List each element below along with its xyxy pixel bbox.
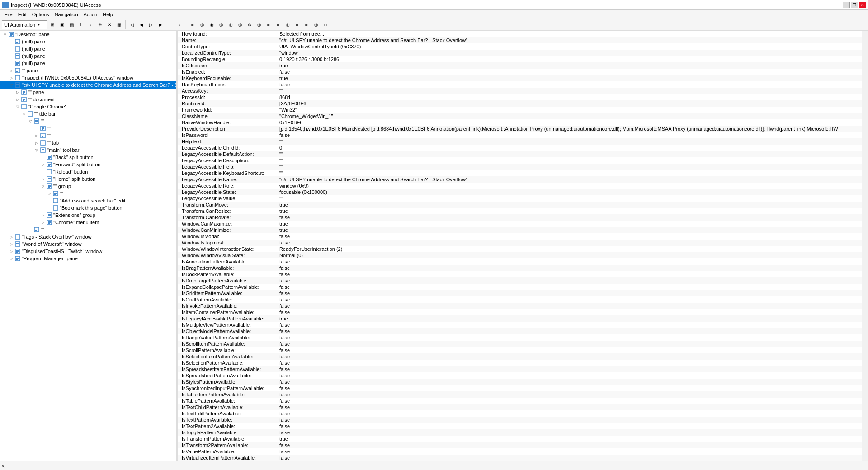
action-btn-11[interactable]: ◎ xyxy=(283,20,292,29)
action-btn-5[interactable]: ◎ xyxy=(226,20,235,29)
scope-dropdown[interactable]: UI Automation ▼ xyxy=(2,20,47,29)
toolbar-btn-4[interactable]: I xyxy=(76,20,85,29)
tree-item-desktop[interactable]: ▽"Desktop" pane xyxy=(0,31,176,38)
tree-item-program-mgr[interactable]: ▷"Program Manager" pane xyxy=(0,255,176,262)
tree-item-empty4[interactable]: ▷"" xyxy=(0,190,176,197)
tree-expand-icon[interactable]: ▽ xyxy=(8,82,14,88)
menu-item-file[interactable]: File xyxy=(2,11,15,18)
tree-expand-icon[interactable]: ▷ xyxy=(40,212,46,218)
tree-item-empty1[interactable]: ▽"" xyxy=(0,118,176,125)
tree-expand-icon[interactable]: ▷ xyxy=(33,140,40,146)
tree-item-tab[interactable]: ▷"" tab xyxy=(0,139,176,146)
tree-item-bookmark-btn[interactable]: "Bookmark this page" button xyxy=(0,204,176,212)
tree-item-empty5[interactable]: "" xyxy=(0,226,176,233)
action-btn-14[interactable]: ◎ xyxy=(311,20,321,29)
action-btn-6[interactable]: ◎ xyxy=(236,20,245,29)
tree-item-null2[interactable]: (null) pane xyxy=(0,45,176,52)
tree-item-empty3[interactable]: ▷"" xyxy=(0,132,176,139)
tree-panel[interactable]: ▽"Desktop" pane(null) pane(null) pane(nu… xyxy=(0,31,176,470)
details-panel[interactable]: How found:Selected from tree...Name:"c#-… xyxy=(178,31,862,470)
tree-expand-icon[interactable]: ▽ xyxy=(40,183,46,189)
nav-prev-button[interactable]: ◁ xyxy=(127,20,137,29)
action-btn-1[interactable]: ≡ xyxy=(188,20,197,29)
toolbar-btn-3[interactable]: ▤ xyxy=(67,20,76,29)
nav-down-button[interactable]: ↓ xyxy=(175,20,184,29)
tree-item-home-btn[interactable]: ▷"Home" split button xyxy=(0,175,176,183)
restore-button[interactable]: ❐ xyxy=(851,2,858,8)
detail-key: IsTextChildPatternAvailable: xyxy=(178,404,278,410)
tree-item-group[interactable]: ▽"" group xyxy=(0,183,176,190)
tree-expand-icon[interactable]: ▷ xyxy=(8,234,14,240)
tree-expand-icon[interactable]: ▽ xyxy=(27,118,33,124)
tree-item-address-bar[interactable]: "Address and search bar" edit xyxy=(0,197,176,204)
tree-item-warcraft[interactable]: ▷"World of Warcraft" window xyxy=(0,240,176,248)
tree-item-main-toolbar[interactable]: ▽"main" tool bar xyxy=(0,146,176,154)
tree-expand-icon[interactable]: ▽ xyxy=(2,31,8,38)
tree-item-tags-overflow[interactable]: ▷"Tags - Stack Overflow" window xyxy=(0,233,176,240)
tree-expand-icon[interactable]: ▷ xyxy=(14,96,21,103)
nav-back-button[interactable]: ◀ xyxy=(137,20,146,29)
tree-expand-icon[interactable]: ▷ xyxy=(8,248,14,254)
tree-item-null3[interactable]: (null) pane xyxy=(0,52,176,60)
toolbar-btn-7[interactable]: ✕ xyxy=(105,20,114,29)
right-scrollbar[interactable] xyxy=(862,31,868,470)
action-btn-4[interactable]: ◎ xyxy=(217,20,226,29)
menu-item-help[interactable]: Help xyxy=(100,11,116,18)
toolbar-btn-8[interactable]: ▦ xyxy=(114,20,123,29)
toolbar-btn-5[interactable]: ↕ xyxy=(86,20,95,29)
tree-item-null1[interactable]: (null) pane xyxy=(0,38,176,45)
menu-item-navigation[interactable]: Navigation xyxy=(52,11,81,18)
minimize-button[interactable]: — xyxy=(843,2,850,8)
action-btn-2[interactable]: ◎ xyxy=(198,20,207,29)
action-btn-8[interactable]: ◎ xyxy=(255,20,264,29)
tree-item-google-chrome[interactable]: ▽"Google Chrome" xyxy=(0,103,176,110)
tree-expand-icon[interactable]: ▷ xyxy=(14,89,21,95)
toolbar-btn-6[interactable]: ⊕ xyxy=(95,20,104,29)
tree-item-back-btn[interactable]: "Back" split button xyxy=(0,154,176,161)
action-btn-3[interactable]: ◉ xyxy=(207,20,216,29)
tree-expand-icon[interactable]: ▷ xyxy=(8,255,14,262)
tree-item-inspect-window[interactable]: ▷"Inspect (HWND: 0x005D084E) UIAccess" w… xyxy=(0,74,176,81)
tree-item-document[interactable]: ▷"" document xyxy=(0,96,176,103)
close-button[interactable]: ✕ xyxy=(859,2,866,8)
tree-expand-icon[interactable]: ▷ xyxy=(40,219,46,226)
table-row: IsTableItemPatternAvailable:false xyxy=(178,391,862,398)
tree-node-icon xyxy=(33,118,40,124)
menu-item-edit[interactable]: Edit xyxy=(15,11,29,18)
action-btn-10[interactable]: ≡ xyxy=(274,20,283,29)
action-btn-15[interactable]: □ xyxy=(321,20,330,29)
tree-item-null4[interactable]: (null) pane xyxy=(0,60,176,67)
action-btn-13[interactable]: ≡ xyxy=(302,20,311,29)
tree-expand-icon[interactable]: ▽ xyxy=(14,103,21,110)
tree-item-title-bar[interactable]: ▽"" title bar xyxy=(0,110,176,118)
action-btn-9[interactable]: ≡ xyxy=(264,20,273,29)
tree-expand-icon[interactable]: ▷ xyxy=(8,75,14,81)
tree-expand-icon[interactable]: ▷ xyxy=(46,190,52,197)
nav-next-button[interactable]: ▷ xyxy=(146,20,156,29)
tree-item-extensions-grp[interactable]: ▷"Extensions" group xyxy=(0,212,176,219)
tree-item-pane1[interactable]: ▷"" pane xyxy=(0,89,176,96)
tree-expand-icon[interactable]: ▷ xyxy=(33,132,40,139)
tree-item-disguised-toast[interactable]: ▷"DisguisedToastHS - Twitch" window xyxy=(0,248,176,255)
tree-expand-icon[interactable]: ▷ xyxy=(8,67,14,74)
table-row: ProviderDescription:[pid:13540;hwnd:0x1E… xyxy=(178,126,862,132)
tree-expand-icon[interactable]: ▽ xyxy=(33,147,40,153)
tree-expand-icon[interactable]: ▷ xyxy=(8,241,14,247)
toolbar-btn-2[interactable]: ▣ xyxy=(57,20,66,29)
tree-item-reload-btn[interactable]: "Reload" button xyxy=(0,168,176,175)
tree-expand-icon[interactable]: ▷ xyxy=(40,161,46,168)
toolbar-btn-1[interactable]: ⊞ xyxy=(48,20,57,29)
tree-item-emptypane[interactable]: ▷"" pane xyxy=(0,67,176,74)
nav-up-button[interactable]: ↑ xyxy=(165,20,175,29)
action-btn-7[interactable]: ⊘ xyxy=(245,20,254,29)
tree-expand-icon[interactable]: ▷ xyxy=(40,176,46,182)
tree-item-chrome-menu[interactable]: ▷"Chrome" menu item xyxy=(0,219,176,226)
menu-item-action[interactable]: Action xyxy=(81,11,100,18)
nav-forward-button[interactable]: ▶ xyxy=(156,20,165,29)
action-btn-12[interactable]: ≡ xyxy=(292,20,302,29)
tree-expand-icon[interactable]: ▽ xyxy=(21,111,27,117)
tree-item-empty2[interactable]: "" xyxy=(0,125,176,132)
tree-item-chrome-selected[interactable]: ▽"c#- UI SPY unable to detect the Chrome… xyxy=(0,81,176,89)
tree-item-forward-btn[interactable]: ▷"Forward" split button xyxy=(0,161,176,168)
menu-item-options[interactable]: Options xyxy=(29,11,52,18)
